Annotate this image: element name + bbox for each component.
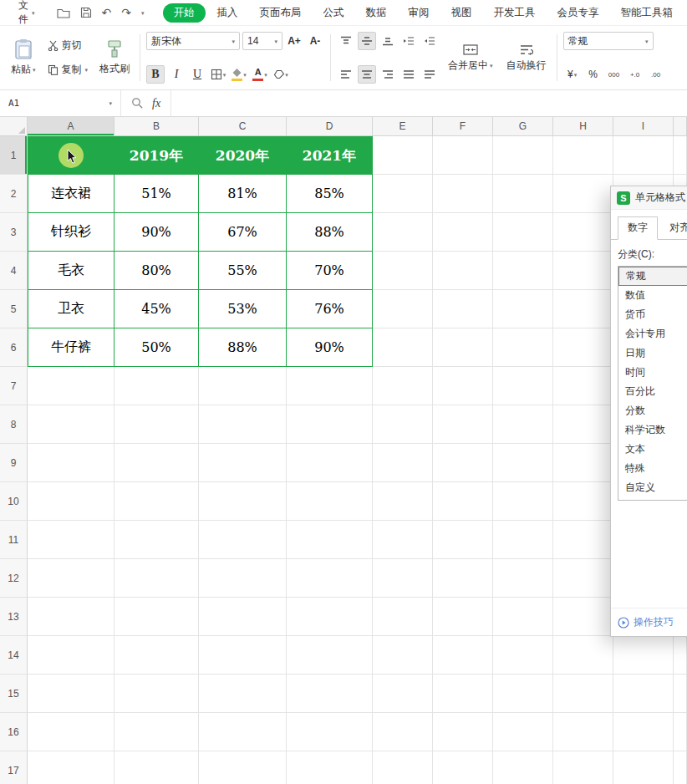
cell-A17[interactable] bbox=[28, 751, 114, 784]
category-item[interactable]: 常规 bbox=[618, 267, 687, 286]
align-middle-button[interactable] bbox=[358, 32, 376, 50]
menu-tab-6[interactable]: 视图 bbox=[441, 3, 482, 23]
cell-G16[interactable] bbox=[493, 713, 553, 751]
cell-B3[interactable]: 90% bbox=[114, 213, 199, 252]
cell-F10[interactable] bbox=[433, 482, 493, 521]
cell-G12[interactable] bbox=[493, 559, 553, 598]
name-box[interactable]: A1 ▾ bbox=[0, 90, 121, 116]
cell-H2[interactable] bbox=[553, 175, 613, 213]
cell-B17[interactable] bbox=[114, 751, 199, 784]
column-header-F[interactable]: F bbox=[433, 117, 493, 136]
cell-F6[interactable] bbox=[433, 328, 493, 367]
cell-D1[interactable]: 2021年 bbox=[287, 136, 373, 175]
cell-E1[interactable] bbox=[373, 136, 433, 175]
cell-col101[interactable] bbox=[674, 136, 687, 175]
cell-I15[interactable] bbox=[613, 675, 674, 713]
category-item[interactable]: 会计专用 bbox=[618, 324, 687, 344]
cell-B10[interactable] bbox=[114, 482, 199, 521]
menu-tab-7[interactable]: 开发工具 bbox=[484, 3, 546, 23]
cell-C12[interactable] bbox=[199, 559, 287, 598]
cell-I17[interactable] bbox=[613, 751, 674, 784]
cell-A9[interactable] bbox=[28, 444, 114, 482]
select-all-corner[interactable] bbox=[0, 117, 28, 136]
category-item[interactable]: 分数 bbox=[618, 401, 687, 420]
row-header-7[interactable]: 7 bbox=[0, 367, 28, 405]
cell-A6[interactable]: 牛仔裤 bbox=[28, 328, 114, 367]
fx-button[interactable]: fx bbox=[152, 97, 160, 110]
zoom-icon[interactable] bbox=[131, 97, 144, 109]
cell-A1[interactable] bbox=[28, 136, 114, 175]
cell-E2[interactable] bbox=[373, 175, 433, 213]
cell-A13[interactable] bbox=[28, 598, 114, 636]
cell-E11[interactable] bbox=[373, 521, 433, 559]
cell-F14[interactable] bbox=[433, 636, 493, 675]
cell-col1015[interactable] bbox=[674, 675, 687, 713]
cell-D12[interactable] bbox=[287, 559, 373, 598]
cut-button[interactable]: 剪切 bbox=[45, 38, 91, 53]
cell-D11[interactable] bbox=[287, 521, 373, 559]
clear-format-button[interactable]: ▾ bbox=[272, 65, 290, 84]
category-item[interactable]: 特殊 bbox=[618, 459, 687, 478]
cell-D10[interactable] bbox=[287, 482, 373, 521]
cell-D9[interactable] bbox=[287, 444, 373, 482]
cell-C11[interactable] bbox=[199, 521, 287, 559]
cell-H6[interactable] bbox=[553, 328, 613, 367]
cell-D8[interactable] bbox=[287, 405, 373, 444]
cell-F15[interactable] bbox=[433, 675, 493, 713]
cell-F11[interactable] bbox=[433, 521, 493, 559]
cell-G7[interactable] bbox=[493, 367, 553, 405]
cell-H10[interactable] bbox=[553, 482, 613, 521]
format-painter-button[interactable]: 格式刷 bbox=[95, 29, 134, 86]
column-header-E[interactable]: E bbox=[373, 117, 433, 136]
category-item[interactable]: 科学记数 bbox=[618, 420, 687, 440]
column-header-C[interactable]: C bbox=[199, 117, 287, 136]
cell-C3[interactable]: 67% bbox=[199, 213, 287, 252]
cell-H4[interactable] bbox=[553, 252, 613, 290]
cell-A4[interactable]: 毛衣 bbox=[28, 252, 114, 290]
cell-B4[interactable]: 80% bbox=[114, 252, 199, 290]
cell-F12[interactable] bbox=[433, 559, 493, 598]
align-top-button[interactable] bbox=[337, 32, 355, 50]
cell-E14[interactable] bbox=[373, 636, 433, 675]
distribute-button[interactable] bbox=[420, 65, 439, 84]
cell-B6[interactable]: 50% bbox=[114, 328, 199, 367]
cell-col1014[interactable] bbox=[674, 636, 687, 675]
cell-H7[interactable] bbox=[553, 367, 613, 405]
currency-button[interactable]: ¥▾ bbox=[563, 65, 582, 84]
justify-button[interactable] bbox=[399, 65, 418, 84]
cell-F4[interactable] bbox=[433, 252, 493, 290]
wrap-text-button[interactable]: 自动换行 bbox=[502, 29, 551, 86]
cell-H11[interactable] bbox=[553, 521, 613, 559]
cell-C8[interactable] bbox=[199, 405, 287, 444]
file-menu[interactable]: 文件 ▾ bbox=[15, 0, 38, 29]
cell-A10[interactable] bbox=[28, 482, 114, 521]
row-header-13[interactable]: 13 bbox=[0, 598, 28, 636]
category-item[interactable]: 日期 bbox=[618, 344, 687, 363]
cell-G1[interactable] bbox=[493, 136, 553, 175]
font-size-select[interactable]: 14 ▾ bbox=[242, 32, 282, 50]
cell-E8[interactable] bbox=[373, 405, 433, 444]
cell-A2[interactable]: 连衣裙 bbox=[28, 175, 114, 213]
cell-C10[interactable] bbox=[199, 482, 287, 521]
row-header-3[interactable]: 3 bbox=[0, 213, 28, 252]
percent-button[interactable]: % bbox=[584, 65, 603, 84]
cell-D17[interactable] bbox=[287, 751, 373, 784]
cell-C16[interactable] bbox=[199, 713, 287, 751]
cell-C4[interactable]: 55% bbox=[199, 252, 287, 290]
column-header-I[interactable]: I bbox=[613, 117, 674, 136]
cell-C14[interactable] bbox=[199, 636, 287, 675]
open-folder-icon[interactable] bbox=[57, 8, 70, 18]
cell-C13[interactable] bbox=[199, 598, 287, 636]
tab-number[interactable]: 数字 bbox=[618, 216, 658, 240]
cell-B15[interactable] bbox=[114, 675, 199, 713]
cell-H14[interactable] bbox=[553, 636, 613, 675]
fill-color-button[interactable]: ▾ bbox=[230, 65, 248, 84]
cell-G5[interactable] bbox=[493, 290, 553, 328]
cell-F3[interactable] bbox=[433, 213, 493, 252]
more-commands-icon[interactable]: ▾ bbox=[141, 10, 145, 16]
cell-H15[interactable] bbox=[553, 675, 613, 713]
tips-link[interactable]: 操作技巧 bbox=[611, 608, 687, 636]
cell-G13[interactable] bbox=[493, 598, 553, 636]
merge-center-button[interactable]: 合并居中▾ bbox=[444, 29, 497, 86]
row-header-1[interactable]: 1 bbox=[0, 136, 28, 175]
